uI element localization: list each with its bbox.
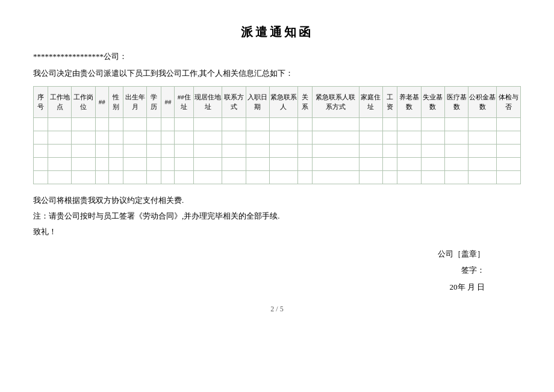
- table-cell: [161, 158, 175, 171]
- table-cell: [147, 158, 161, 171]
- table-cell: [298, 131, 313, 145]
- table-cell: [34, 171, 48, 184]
- table-cell: [359, 145, 382, 158]
- table-cell: [421, 158, 444, 171]
- table-row: [34, 118, 521, 131]
- employee-table: 序号 工作地点 工作岗位 ## 性别 出生年月 学历 ## ##住址 现居住地址…: [33, 86, 521, 184]
- table-cell: [72, 118, 95, 131]
- table-cell: [175, 145, 194, 158]
- table-cell: [48, 131, 72, 145]
- sign-label: 签字：: [33, 262, 485, 278]
- table-cell: [95, 158, 108, 171]
- table-cell: [313, 158, 359, 171]
- col-family-addr: 家庭住址: [359, 87, 382, 118]
- table-cell: [161, 145, 175, 158]
- table-cell: [108, 171, 123, 184]
- table-cell: [48, 145, 72, 158]
- col-physical: 体检与否: [497, 87, 521, 118]
- page-number: 2 / 5: [33, 305, 521, 314]
- table-cell: [269, 158, 297, 171]
- footer-text: 我公司将根据贵我双方协议约定支付相关费. 注：请贵公司按时与员工签署《劳动合同》…: [33, 193, 521, 240]
- table-wrapper: 序号 工作地点 工作岗位 ## 性别 出生年月 学历 ## ##住址 现居住地址…: [33, 86, 521, 184]
- table-cell: [383, 118, 397, 131]
- table-cell: [161, 131, 175, 145]
- table-cell: [95, 171, 108, 184]
- table-cell: [108, 131, 123, 145]
- table-cell: [222, 171, 246, 184]
- table-cell: [497, 145, 521, 158]
- table-cell: [269, 118, 297, 131]
- col-birth: 出生年月: [123, 87, 146, 118]
- table-cell: [298, 145, 313, 158]
- col-edu: 学历: [147, 87, 161, 118]
- col-gender: 性别: [108, 87, 123, 118]
- table-row: [34, 131, 521, 145]
- table-cell: [397, 171, 421, 184]
- table-cell: [194, 145, 222, 158]
- table-cell: [123, 118, 146, 131]
- table-cell: [468, 171, 497, 184]
- table-cell: [246, 171, 269, 184]
- sign-area: 公司［盖章］ 签字： 20年 月 日: [33, 246, 521, 295]
- table-cell: [123, 171, 146, 184]
- table-cell: [194, 158, 222, 171]
- table-cell: [421, 145, 444, 158]
- intro-line: 我公司决定由贵公司派遣以下员工到我公司工作,其个人相关信息汇总如下：: [33, 68, 521, 79]
- table-cell: [175, 158, 194, 171]
- table-cell: [445, 118, 468, 131]
- table-cell: [108, 158, 123, 171]
- table-cell: [468, 131, 497, 145]
- table-cell: [359, 131, 382, 145]
- col-joindate: 入职日期: [246, 87, 269, 118]
- table-cell: [397, 118, 421, 131]
- table-cell: [34, 118, 48, 131]
- table-cell: [175, 171, 194, 184]
- table-cell: [34, 131, 48, 145]
- table-cell: [147, 118, 161, 131]
- table-cell: [72, 131, 95, 145]
- table-cell: [421, 171, 444, 184]
- table-cell: [95, 118, 108, 131]
- table-cell: [445, 145, 468, 158]
- table-cell: [123, 145, 146, 158]
- table-cell: [108, 145, 123, 158]
- table-cell: [313, 145, 359, 158]
- table-cell: [383, 171, 397, 184]
- table-cell: [497, 131, 521, 145]
- table-cell: [359, 158, 382, 171]
- table-cell: [269, 171, 297, 184]
- table-cell: [246, 158, 269, 171]
- footer-line3: 致礼！: [33, 224, 521, 240]
- table-cell: [397, 158, 421, 171]
- table-cell: [194, 131, 222, 145]
- col-worksite: 工作地点: [48, 87, 72, 118]
- table-cell: [123, 131, 146, 145]
- page-title: 派遣通知函: [33, 24, 521, 40]
- table-cell: [421, 118, 444, 131]
- page: 派遣通知函 ******************公司： 我公司决定由贵公司派遣以…: [0, 0, 554, 392]
- table-cell: [269, 131, 297, 145]
- table-cell: [468, 145, 497, 158]
- table-cell: [383, 145, 397, 158]
- table-cell: [313, 171, 359, 184]
- table-cell: [246, 131, 269, 145]
- col-pension: 养老基数: [397, 87, 421, 118]
- table-cell: [194, 171, 222, 184]
- table-cell: [222, 158, 246, 171]
- table-cell: [34, 145, 48, 158]
- col-seq: 序号: [34, 87, 48, 118]
- col-emergency: 紧急联系人: [269, 87, 297, 118]
- table-cell: [108, 118, 123, 131]
- footer-line1: 我公司将根据贵我双方协议约定支付相关费.: [33, 193, 521, 208]
- col-hash2: ##: [161, 87, 175, 118]
- table-cell: [383, 158, 397, 171]
- table-row: [34, 145, 521, 158]
- table-cell: [72, 158, 95, 171]
- col-contact: 联系方式: [222, 87, 246, 118]
- col-fund: 公积金基数: [468, 87, 497, 118]
- table-cell: [147, 145, 161, 158]
- table-cell: [161, 118, 175, 131]
- table-cell: [383, 131, 397, 145]
- table-cell: [161, 171, 175, 184]
- table-cell: [48, 118, 72, 131]
